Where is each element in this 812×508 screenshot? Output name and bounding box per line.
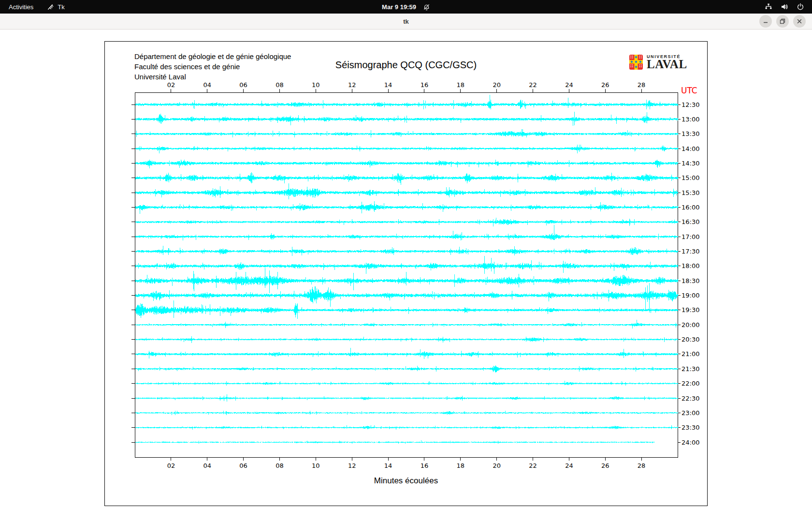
seismo-trace <box>135 381 678 386</box>
bottom-tick-label: 02 <box>167 462 175 469</box>
row-time-label: 12:30 <box>682 101 699 108</box>
top-tick-label: 28 <box>638 81 646 89</box>
row-time-label: 14:00 <box>682 145 699 152</box>
system-status-area[interactable] <box>765 3 812 11</box>
row-time-label: 22:30 <box>682 395 699 402</box>
row-time-label: 24:00 <box>682 439 699 446</box>
seismo-trace <box>135 365 678 373</box>
bottom-tick-label: 16 <box>420 462 429 469</box>
row-time-label: 21:30 <box>682 365 699 373</box>
top-tick-label: 10 <box>312 81 320 89</box>
row-time-label: 14:30 <box>682 160 699 167</box>
top-tick-label: 20 <box>493 81 501 89</box>
window-body: Département de géologie et de génie géol… <box>0 30 812 508</box>
restore-icon <box>780 18 785 24</box>
seismo-trace <box>135 183 678 199</box>
seismo-trace <box>135 394 678 402</box>
top-tick-label: 24 <box>565 81 573 89</box>
volume-icon <box>781 3 788 11</box>
seismo-trace <box>135 225 678 240</box>
seismo-trace <box>135 425 678 430</box>
bottom-tick-label: 26 <box>601 462 609 469</box>
top-tick-label: 16 <box>420 81 429 89</box>
window-title: tk <box>403 18 409 25</box>
row-time-label: 23:30 <box>682 424 699 431</box>
bottom-tick-label: 06 <box>239 462 247 469</box>
row-time-label: 19:00 <box>682 292 699 299</box>
top-tick-label: 18 <box>457 81 465 89</box>
minimize-icon <box>763 18 768 24</box>
seismo-trace <box>135 300 678 318</box>
seismo-trace <box>135 268 678 293</box>
app-menu-label: Tk <box>58 3 64 11</box>
row-time-label: 22:00 <box>682 380 699 387</box>
row-time-label: 15:30 <box>682 189 699 196</box>
seismo-plot: 0202040406060808101012121414161618182020… <box>105 42 707 505</box>
seismo-trace <box>135 218 678 226</box>
tk-app-icon <box>47 3 54 11</box>
close-button[interactable] <box>793 15 806 28</box>
bottom-tick-label: 10 <box>312 462 320 469</box>
bottom-tick-label: 14 <box>384 462 392 469</box>
seismograph-canvas: Département de géologie et de génie géol… <box>104 41 708 506</box>
utc-label: UTC <box>681 86 697 95</box>
seismo-trace <box>135 129 678 137</box>
top-tick-label: 04 <box>203 81 211 89</box>
seismo-trace <box>135 348 678 359</box>
bottom-tick-label: 18 <box>457 462 465 469</box>
seismo-trace <box>135 256 678 274</box>
top-tick-label: 02 <box>167 81 175 89</box>
bottom-tick-label: 28 <box>638 462 646 469</box>
seismo-trace <box>135 336 678 343</box>
power-icon <box>797 3 804 11</box>
row-time-label: 20:30 <box>682 336 699 343</box>
seismo-trace <box>135 145 678 154</box>
top-tick-label: 22 <box>529 81 537 89</box>
row-time-label: 18:00 <box>682 262 699 269</box>
seismo-trace <box>135 201 678 214</box>
row-time-label: 18:30 <box>682 277 699 284</box>
row-time-label: 13:30 <box>682 130 699 137</box>
top-tick-label: 06 <box>239 81 247 89</box>
row-time-label: 19:30 <box>682 306 699 314</box>
seismo-trace <box>135 95 678 110</box>
activities-button[interactable]: Activities <box>9 3 33 11</box>
row-time-label: 23:00 <box>682 409 699 417</box>
bottom-tick-label: 08 <box>276 462 284 469</box>
seismo-trace <box>135 160 678 168</box>
app-menu[interactable]: Tk <box>47 3 64 11</box>
seismo-trace <box>135 283 678 313</box>
close-icon <box>797 18 802 24</box>
network-icon <box>765 3 772 11</box>
window-titlebar[interactable]: tk <box>0 14 812 30</box>
row-time-label: 20:00 <box>682 321 699 329</box>
clock-label: Mar 9 19:59 <box>382 3 416 11</box>
seismo-trace <box>135 411 678 415</box>
bottom-tick-label: 12 <box>348 462 356 469</box>
bottom-tick-label: 20 <box>493 462 501 469</box>
x-axis-title: Minutes écoulées <box>105 476 707 486</box>
restore-button[interactable] <box>776 15 789 28</box>
row-time-label: 15:00 <box>682 174 699 181</box>
row-time-label: 13:00 <box>682 116 699 123</box>
top-tick-label: 14 <box>384 81 392 89</box>
seismo-trace <box>135 320 678 329</box>
row-time-label: 16:00 <box>682 204 699 211</box>
row-time-label: 17:00 <box>682 233 699 240</box>
top-tick-label: 08 <box>276 81 284 89</box>
bottom-tick-label: 24 <box>565 462 573 469</box>
notifications-disabled-icon <box>423 3 430 11</box>
seismo-trace <box>135 172 678 185</box>
minimize-button[interactable] <box>759 15 772 28</box>
gnome-topbar: Activities Tk Mar 9 19:59 <box>0 0 812 14</box>
row-time-label: 17:30 <box>682 248 699 255</box>
row-time-label: 16:30 <box>682 218 699 225</box>
seismo-trace <box>135 440 654 444</box>
seismo-trace <box>135 112 678 125</box>
row-time-label: 21:00 <box>682 350 699 358</box>
top-tick-label: 12 <box>348 81 356 89</box>
bottom-tick-label: 04 <box>203 462 211 469</box>
seismo-trace <box>135 246 678 256</box>
clock-menu[interactable]: Mar 9 19:59 <box>382 3 430 11</box>
top-tick-label: 26 <box>601 81 609 89</box>
